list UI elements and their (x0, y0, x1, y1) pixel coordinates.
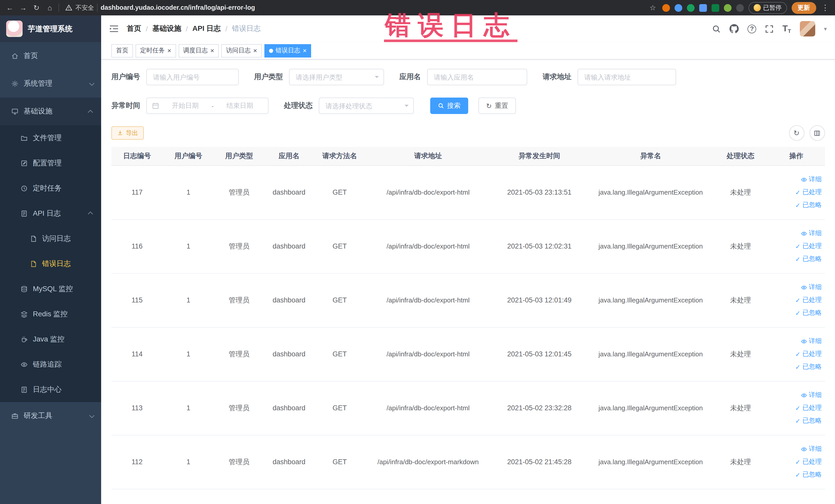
processed-link[interactable]: ✓已处理 (770, 402, 822, 415)
action-label: 详细 (809, 389, 822, 402)
font-size-icon[interactable]: TT (782, 24, 791, 34)
search-button[interactable]: 搜索 (430, 98, 468, 114)
detail-link[interactable]: 详细 (770, 389, 822, 402)
processed-link[interactable]: ✓已处理 (770, 456, 822, 468)
extension-icon[interactable] (687, 4, 694, 12)
document-icon (21, 386, 28, 393)
fullscreen-icon[interactable] (765, 24, 774, 33)
home-icon[interactable]: ⌂ (45, 0, 55, 15)
action-label: 详细 (809, 173, 822, 186)
ignored-link[interactable]: ✓已忽略 (770, 468, 822, 481)
close-icon[interactable]: × (167, 47, 171, 54)
close-icon[interactable]: × (303, 47, 307, 54)
breadcrumb-item[interactable]: 基础设施 (152, 24, 181, 33)
file-icon (30, 235, 37, 242)
request-url-input[interactable] (577, 69, 676, 85)
sidebar-item-java-monitor[interactable]: Java 监控 (0, 327, 101, 352)
request-url-label: 请求地址 (543, 73, 571, 82)
sidebar-item-api-log[interactable]: API 日志 (0, 201, 101, 226)
sidebar-item-label: MySQL 监控 (33, 284, 73, 294)
ignored-link[interactable]: ✓已忽略 (770, 306, 822, 319)
avatar[interactable] (800, 21, 815, 37)
sidebar-item-devtools[interactable]: 研发工具 (0, 402, 101, 430)
extension-icon[interactable] (724, 4, 731, 12)
processed-link[interactable]: ✓已处理 (770, 348, 822, 361)
user-type-select[interactable] (289, 69, 384, 85)
sidebar-item-log-center[interactable]: 日志中心 (0, 377, 101, 402)
sidebar-item-home[interactable]: 首页 (0, 42, 101, 70)
sidebar-item-config-manage[interactable]: 配置管理 (0, 150, 101, 176)
hamburger-icon[interactable] (109, 25, 119, 33)
tab-access-log[interactable]: 访问日志 × (221, 44, 262, 57)
ignored-link[interactable]: ✓已忽略 (770, 415, 822, 427)
forward-icon[interactable]: → (19, 0, 28, 15)
sidebar-item-error-log[interactable]: 错误日志 (0, 251, 101, 276)
detail-link[interactable]: 详细 (770, 227, 822, 240)
help-icon[interactable]: ? (748, 24, 756, 33)
status-select-input[interactable] (319, 98, 414, 114)
sidebar-item-system[interactable]: 系统管理 (0, 70, 101, 98)
address-bar[interactable]: 不安全 dashboard.yudao.iocoder.cn/infra/log… (63, 3, 644, 12)
extension-icon[interactable] (736, 4, 744, 12)
chevron-up-icon (88, 211, 93, 217)
ignored-link[interactable]: ✓已忽略 (770, 199, 822, 211)
detail-link[interactable]: 详细 (770, 281, 822, 294)
breadcrumb-item[interactable]: API 日志 (192, 24, 221, 33)
sidebar-item-trace[interactable]: 链路追踪 (0, 352, 101, 377)
app-name-input[interactable] (427, 69, 527, 85)
table-row: 112 1 管理员 dashboard GET /api/infra/db-do… (111, 435, 825, 489)
processed-link[interactable]: ✓已处理 (770, 240, 822, 253)
profile-paused-badge[interactable]: 已暂停 (748, 2, 787, 14)
ignored-link[interactable]: ✓已忽略 (770, 253, 822, 265)
folder-icon (21, 134, 28, 141)
refresh-button[interactable]: ↻ (789, 125, 804, 141)
download-icon (117, 130, 123, 136)
font-size-large: T (782, 24, 788, 34)
processed-link[interactable]: ✓已处理 (770, 294, 822, 306)
sidebar-item-job[interactable]: 定时任务 (0, 176, 101, 201)
search-icon[interactable] (712, 24, 721, 33)
tab-error-log[interactable]: 错误日志 × (264, 44, 311, 57)
tab-label: 定时任务 (140, 46, 165, 55)
back-icon[interactable]: ← (5, 0, 14, 15)
extension-icon[interactable] (662, 4, 670, 12)
check-icon: ✓ (795, 310, 800, 316)
menu-kebab-icon[interactable]: ⋮ (821, 0, 830, 15)
tab-home[interactable]: 首页 (111, 44, 133, 57)
close-icon[interactable]: × (253, 47, 257, 54)
tab-schedule-log[interactable]: 调度日志 × (178, 44, 219, 57)
bookmark-star-icon[interactable]: ☆ (648, 0, 657, 15)
sidebar-item-file-manage[interactable]: 文件管理 (0, 125, 101, 150)
close-icon[interactable]: × (210, 47, 214, 54)
export-button[interactable]: 导出 (111, 126, 144, 140)
processed-link[interactable]: ✓已处理 (770, 186, 822, 199)
sidebar-menu: 首页 系统管理 基础设施 文件管理 配置管理 (0, 42, 101, 430)
sidebar-item-redis-monitor[interactable]: Redis 监控 (0, 301, 101, 327)
extension-icon[interactable] (674, 4, 682, 12)
reload-icon[interactable]: ↻ (32, 0, 41, 15)
exception-time-range-picker[interactable]: 开始日期 - 结束日期 (146, 98, 268, 114)
tab-job[interactable]: 定时任务 × (136, 44, 176, 57)
check-icon: ✓ (795, 418, 800, 424)
sidebar-item-infra[interactable]: 基础设施 (0, 98, 101, 125)
status-select[interactable] (319, 98, 414, 114)
check-icon: ✓ (795, 459, 800, 465)
sidebar-item-mysql-monitor[interactable]: MySQL 监控 (0, 276, 101, 301)
eye-icon (21, 361, 28, 368)
breadcrumb-item[interactable]: 首页 (127, 24, 141, 33)
user-id-input[interactable] (146, 69, 239, 85)
extension-icon[interactable] (699, 4, 707, 12)
sidebar-item-access-log[interactable]: 访问日志 (0, 226, 101, 251)
start-date-placeholder: 开始日期 (162, 101, 208, 110)
extension-icon[interactable] (711, 4, 719, 12)
github-icon[interactable] (730, 24, 739, 33)
update-button[interactable]: 更新 (791, 2, 816, 14)
detail-link[interactable]: 详细 (770, 173, 822, 186)
chevron-down-icon[interactable]: ▾ (824, 25, 827, 32)
reset-button[interactable]: ↻ 重置 (478, 98, 516, 114)
ignored-link[interactable]: ✓已忽略 (770, 361, 822, 373)
detail-link[interactable]: 详细 (770, 335, 822, 348)
user-type-select-input[interactable] (289, 69, 384, 85)
column-settings-button[interactable] (809, 125, 825, 141)
detail-link[interactable]: 详细 (770, 443, 822, 456)
